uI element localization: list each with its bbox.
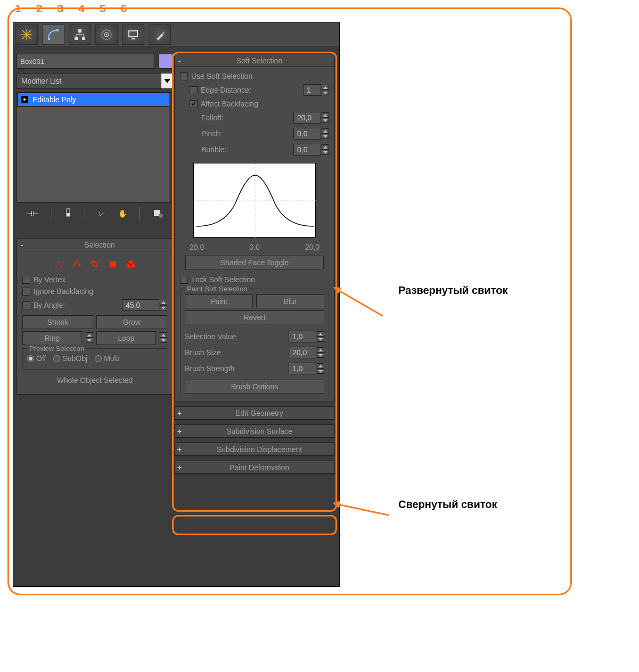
plus-icon: + bbox=[175, 445, 184, 454]
subdivision-surface-header[interactable]: +Subdivision Surface bbox=[175, 425, 334, 438]
shrink-button[interactable]: Shrink bbox=[22, 315, 93, 329]
lock-soft-selection-checkbox[interactable] bbox=[180, 276, 188, 284]
grow-button[interactable]: Grow bbox=[96, 315, 167, 329]
preview-subobj-radio[interactable] bbox=[53, 355, 60, 362]
stack-item-label: Editable Poly bbox=[32, 95, 76, 104]
falloff-spinner[interactable]: 20,0 bbox=[293, 111, 329, 124]
selection-value-spinner[interactable]: 1,0 bbox=[289, 330, 324, 343]
preview-off-radio[interactable] bbox=[27, 355, 34, 362]
ignore-backfacing-checkbox[interactable] bbox=[22, 288, 30, 296]
command-panel: Modifier List + Editable Poly ⊣⊢ ⩗ ✋ - S… bbox=[13, 22, 340, 587]
shaded-face-toggle-button[interactable]: Shaded Face Toggle bbox=[185, 256, 324, 269]
remove-modifier-icon[interactable]: ✋ bbox=[118, 209, 127, 218]
paint-deformation-header[interactable]: +Paint Deformation bbox=[175, 461, 334, 474]
edit-geometry-header[interactable]: +Edit Geometry bbox=[175, 407, 334, 420]
falloff-curve-graph bbox=[193, 163, 316, 237]
preview-multi-radio[interactable] bbox=[95, 355, 102, 362]
svg-rect-4 bbox=[48, 38, 50, 40]
by-angle-spinner[interactable]: 45,0 bbox=[122, 299, 167, 312]
modify-tab[interactable] bbox=[42, 24, 64, 45]
brush-options-button[interactable]: Brush Options bbox=[185, 380, 324, 394]
chevron-down-icon bbox=[161, 73, 173, 88]
use-soft-selection-checkbox[interactable] bbox=[180, 72, 188, 80]
hierarchy-tab[interactable] bbox=[69, 24, 91, 45]
soft-selection-rollout: - Soft Selection Use Soft Selection Edge… bbox=[174, 54, 335, 402]
by-angle-checkbox[interactable] bbox=[22, 301, 30, 309]
edge-level-icon[interactable] bbox=[70, 258, 83, 271]
svg-point-17 bbox=[159, 214, 163, 218]
revert-button[interactable]: Revert bbox=[185, 310, 324, 324]
minus-icon: - bbox=[175, 56, 184, 65]
modifier-stack[interactable]: + Editable Poly bbox=[17, 92, 173, 203]
selection-status: Whole Object Selected bbox=[22, 370, 167, 391]
pinch-spinner[interactable]: 0,0 bbox=[293, 127, 329, 140]
object-name-field[interactable] bbox=[17, 54, 155, 69]
subdivision-surface-rollout: +Subdivision Surface bbox=[174, 424, 335, 438]
utilities-tab[interactable] bbox=[149, 24, 171, 45]
svg-point-11 bbox=[106, 34, 108, 35]
make-unique-icon[interactable]: ⩗ bbox=[98, 209, 105, 218]
curve-axis-labels: 20,00,020,0 bbox=[180, 243, 329, 251]
svg-point-18 bbox=[55, 266, 57, 267]
stack-item-editable-poly[interactable]: + Editable Poly bbox=[17, 93, 173, 106]
display-tab[interactable] bbox=[122, 24, 144, 45]
selection-rollout-header[interactable]: - Selection bbox=[17, 239, 173, 251]
element-level-icon[interactable] bbox=[125, 258, 137, 271]
svg-rect-7 bbox=[75, 37, 78, 40]
configure-sets-icon[interactable] bbox=[153, 208, 163, 220]
callout-collapsed: Свернутый свиток bbox=[339, 498, 589, 511]
polygon-level-icon[interactable] bbox=[106, 258, 119, 271]
svg-rect-5 bbox=[56, 29, 59, 31]
paint-deformation-rollout: +Paint Deformation bbox=[174, 461, 335, 474]
subdivision-displacement-header[interactable]: +Subdivision Displacement bbox=[175, 443, 334, 456]
brush-strength-spinner[interactable]: 1,0 bbox=[289, 362, 324, 375]
by-vertex-checkbox[interactable] bbox=[22, 276, 30, 284]
preview-selection-group: Preview Selection Off SubObj Multi bbox=[22, 348, 167, 370]
plus-icon: + bbox=[175, 427, 184, 436]
blur-button[interactable]: Blur bbox=[256, 294, 324, 308]
edge-distance-checkbox[interactable] bbox=[190, 86, 198, 94]
subobject-level-icons bbox=[22, 255, 167, 274]
modifier-list-label: Modifier List bbox=[17, 77, 161, 85]
expand-icon[interactable]: + bbox=[21, 96, 28, 103]
svg-point-19 bbox=[58, 261, 60, 263]
bubble-spinner[interactable]: 0,0 bbox=[293, 143, 329, 156]
plus-icon: + bbox=[175, 463, 184, 472]
paint-soft-selection-group: Paint Soft Selection Paint Blur Revert S… bbox=[180, 289, 329, 398]
paint-button[interactable]: Paint bbox=[185, 294, 253, 308]
pin-stack-icon[interactable]: ⊣⊢ bbox=[26, 209, 39, 218]
svg-rect-12 bbox=[129, 31, 137, 37]
brush-size-spinner[interactable]: 20,0 bbox=[289, 346, 324, 359]
svg-point-20 bbox=[61, 266, 62, 267]
soft-selection-header[interactable]: - Soft Selection bbox=[175, 54, 334, 67]
tab-number-labels: 1 2 3 4 5 6 bbox=[15, 2, 127, 15]
vertex-level-icon[interactable] bbox=[52, 258, 65, 271]
selection-rollout: - Selection By Vertex Ignore Backfacing … bbox=[17, 238, 173, 395]
stack-toolbar: ⊣⊢ ⩗ ✋ bbox=[17, 205, 173, 222]
stack-scrollbar[interactable] bbox=[169, 93, 173, 202]
ring-button[interactable]: Ring bbox=[22, 331, 82, 345]
border-level-icon[interactable] bbox=[88, 258, 101, 271]
highlight-collapsed-rollout bbox=[172, 515, 337, 535]
loop-button[interactable]: Loop bbox=[96, 331, 156, 345]
affect-backfacing-checkbox[interactable] bbox=[190, 100, 198, 108]
edge-distance-spinner[interactable]: 1 bbox=[303, 84, 329, 96]
svg-rect-8 bbox=[82, 37, 85, 40]
panel-tabs bbox=[13, 23, 339, 46]
object-color-swatch[interactable] bbox=[158, 54, 173, 69]
subdivision-displacement-rollout: +Subdivision Displacement bbox=[174, 442, 335, 456]
edit-geometry-rollout: +Edit Geometry bbox=[174, 406, 335, 420]
modifier-list-dropdown[interactable]: Modifier List bbox=[17, 73, 173, 89]
show-end-result-icon[interactable] bbox=[64, 208, 72, 220]
svg-rect-13 bbox=[132, 38, 135, 39]
svg-rect-6 bbox=[78, 29, 81, 32]
callout-expanded: Развернутый свиток bbox=[339, 284, 589, 297]
ring-spinner[interactable] bbox=[85, 331, 93, 344]
svg-rect-21 bbox=[110, 261, 116, 267]
create-tab[interactable] bbox=[15, 24, 38, 45]
minus-icon: - bbox=[17, 241, 27, 249]
plus-icon: + bbox=[175, 409, 184, 417]
loop-spinner[interactable] bbox=[159, 331, 167, 344]
motion-tab[interactable] bbox=[95, 24, 118, 45]
svg-rect-15 bbox=[67, 213, 70, 216]
